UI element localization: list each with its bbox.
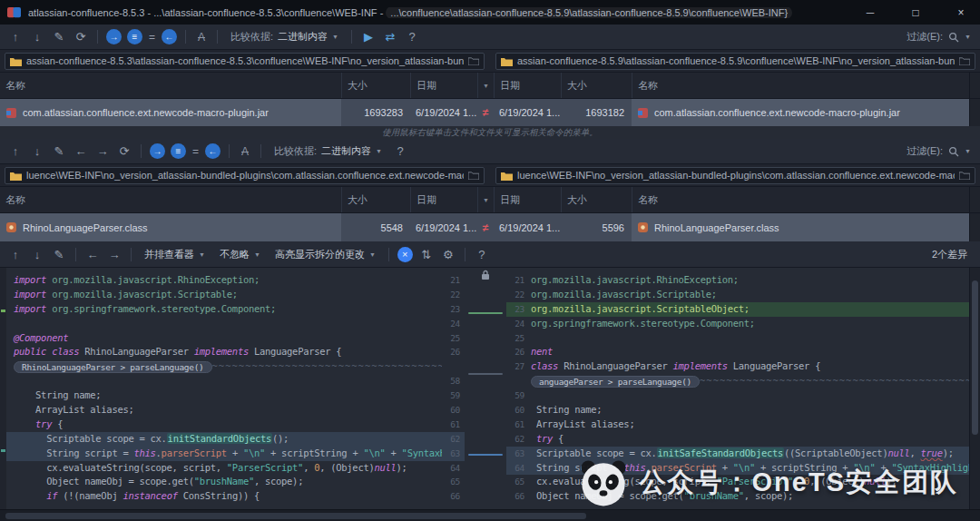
edit-icon[interactable]: ✎	[49, 244, 69, 264]
code-line-right[interactable]: 61 ArrayList aliases;	[506, 418, 969, 432]
compare-mode-dropdown[interactable]: 比较依据: 二进制内容 ▼	[224, 27, 345, 47]
collapsed-region-pill[interactable]: anguageParser > parseLanguage()	[531, 376, 700, 388]
refresh-icon[interactable]: ⟳	[71, 27, 91, 47]
file-row-jar[interactable]: com.atlassian.confluence.ext.newcode-mac…	[0, 99, 980, 126]
help-icon[interactable]: ?	[472, 244, 492, 264]
code-line-right[interactable]: 23org.mozilla.javascript.ScriptableObjec…	[506, 302, 969, 317]
code-line-right[interactable]: 59	[506, 388, 969, 403]
code-line-right[interactable]: 62 try {	[506, 432, 969, 447]
close-button[interactable]: ×	[942, 0, 980, 25]
code-line-left[interactable]: import org.mozilla.javascript.RhinoExcep…	[6, 273, 465, 288]
column-size-left[interactable]: 大小	[341, 187, 410, 212]
filter-control[interactable]: 过滤(E): ▼	[906, 30, 975, 44]
show-differences-icon[interactable]: ≡	[127, 29, 142, 44]
down-icon[interactable]: ↓	[27, 27, 47, 47]
help-icon[interactable]: ?	[402, 27, 422, 47]
code-line-right[interactable]: 24org.springframework.stereotype.Compone…	[506, 317, 969, 331]
scrollbar-track[interactable]	[969, 73, 980, 98]
column-name-right[interactable]: 名称	[632, 73, 969, 98]
compare-mode-dropdown[interactable]: 比较依据: 二进制内容 ▼	[268, 142, 388, 162]
refresh-icon[interactable]: ⟳	[114, 142, 134, 162]
show-same-icon[interactable]: =	[149, 31, 155, 44]
sort-icon[interactable]: ⇅	[416, 244, 436, 264]
scrollbar-thumb[interactable]	[972, 280, 978, 435]
scrollbar-track[interactable]	[969, 187, 980, 212]
column-size-right[interactable]: 大小	[561, 73, 632, 98]
file-name-right[interactable]: com.atlassian.confluence.ext.newcode-mac…	[632, 99, 969, 126]
column-date-left[interactable]: 日期	[410, 73, 477, 98]
change-map[interactable]	[0, 268, 6, 509]
ignore-case-icon[interactable]: A	[192, 31, 211, 44]
collapsed-region-pill[interactable]: RhinoLanguageParser > parseLanguage()	[14, 361, 212, 373]
back-icon[interactable]: ←	[83, 244, 103, 264]
maximize-button[interactable]: □	[897, 0, 935, 25]
file-name-right[interactable]: RhinoLanguageParser.class	[632, 213, 969, 241]
run-session-icon[interactable]: ▶	[358, 27, 378, 47]
file-name-left[interactable]: RhinoLanguageParser.class	[0, 213, 341, 241]
file-row-class[interactable]: RhinoLanguageParser.class 5548 6/19/2024…	[0, 213, 980, 241]
right-path-input[interactable]: luence\WEB-INF\no_version_atlassian-bund…	[495, 167, 975, 184]
code-line-left[interactable]: @Component25	[6, 331, 465, 346]
diff-pane-left[interactable]: import org.mozilla.javascript.RhinoExcep…	[6, 268, 465, 509]
code-line-right[interactable]: 26nent	[506, 345, 969, 359]
vertical-scrollbar[interactable]	[969, 268, 980, 509]
forward-icon[interactable]: →	[93, 142, 113, 162]
code-line-left[interactable]: 24	[6, 317, 465, 331]
ignore-case-icon[interactable]: A	[236, 145, 254, 158]
right-path-input[interactable]: assian-confluence-8.5.9\atlassian-conflu…	[495, 53, 975, 70]
ignore-mode-dropdown[interactable]: 不忽略 ▼	[213, 244, 267, 264]
code-line-left[interactable]: cx.evaluateString(scope, script, "Parser…	[6, 461, 465, 476]
gear-icon[interactable]: ⚙	[438, 244, 458, 264]
code-line-left[interactable]: if (!(nameObj instanceof ConsString)) {6…	[6, 489, 465, 504]
code-line-left[interactable]: ArrayList aliases;60	[6, 403, 465, 418]
file-name-left[interactable]: com.atlassian.confluence.ext.newcode-mac…	[0, 99, 341, 126]
lock-icon[interactable]	[481, 270, 490, 280]
scrollbar-thumb[interactable]	[5, 513, 586, 519]
show-all-icon[interactable]: →	[150, 143, 165, 159]
code-line-right[interactable]: 27class RhinoLanguageParser implements L…	[506, 359, 969, 374]
forward-icon[interactable]: →	[104, 244, 124, 264]
code-line-left[interactable]: Object nameObj = scope.get("brushName", …	[6, 475, 465, 489]
minimize-button[interactable]: ─	[851, 0, 889, 25]
browse-folder-icon[interactable]	[959, 56, 970, 65]
code-line-right[interactable]: 22org.mozilla.javascript.Scriptable;	[506, 288, 969, 302]
scrollbar-track[interactable]	[969, 99, 980, 126]
code-line-left[interactable]: try {61	[6, 418, 465, 432]
code-line-left[interactable]: 58	[6, 374, 465, 388]
scrollbar-track[interactable]	[969, 213, 980, 241]
up-icon[interactable]: ↑	[5, 142, 25, 162]
left-path-input[interactable]: assian-confluence-8.5.3\atlassian-conflu…	[5, 53, 485, 70]
up-icon[interactable]: ↑	[5, 244, 25, 264]
viewer-mode-dropdown[interactable]: 并排查看器 ▼	[138, 244, 211, 264]
column-size-right[interactable]: 大小	[561, 187, 632, 212]
show-all-icon[interactable]: →	[106, 29, 122, 44]
left-path-input[interactable]: luence\WEB-INF\no_version_atlassian-bund…	[5, 167, 485, 184]
horizontal-scrollbar[interactable]	[0, 509, 980, 521]
back-icon[interactable]: ←	[71, 142, 91, 162]
highlight-mode-dropdown[interactable]: 高亮显示拆分的更改 ▼	[269, 244, 382, 264]
edit-icon[interactable]: ✎	[49, 27, 69, 47]
column-name-left[interactable]: 名称	[0, 73, 341, 98]
code-line-right[interactable]: 60 String name;	[506, 403, 969, 418]
column-date-right[interactable]: 日期	[494, 187, 561, 212]
code-line-left[interactable]: String name;59	[6, 388, 465, 403]
center-diff-icon[interactable]: ×	[397, 247, 413, 262]
code-line-left[interactable]: RhinoLanguageParser > parseLanguage()~~~…	[6, 359, 465, 374]
show-same-icon[interactable]: =	[192, 145, 199, 158]
browse-folder-icon[interactable]	[468, 171, 479, 180]
code-line-left[interactable]: String script = this.parserScript + "\n"…	[6, 447, 465, 461]
column-name-right[interactable]: 名称	[632, 187, 969, 212]
show-orphans-icon[interactable]: ←	[205, 143, 220, 159]
show-orphans-icon[interactable]: ←	[162, 29, 177, 44]
column-date-right[interactable]: 日期	[494, 73, 561, 98]
code-line-left[interactable]: public class RhinoLanguageParser impleme…	[6, 345, 465, 359]
code-line-left[interactable]: import org.springframework.stereotype.Co…	[6, 302, 465, 317]
code-line-left[interactable]: import org.mozilla.javascript.Scriptable…	[6, 288, 465, 302]
code-line-right[interactable]: 21org.mozilla.javascript.RhinoException;	[506, 273, 969, 288]
column-date-left[interactable]: 日期	[410, 187, 477, 212]
browse-folder-icon[interactable]	[468, 56, 479, 65]
code-line-right[interactable]: 25	[506, 331, 969, 346]
browse-folder-icon[interactable]	[959, 171, 970, 180]
up-icon[interactable]: ↑	[5, 27, 25, 47]
edit-icon[interactable]: ✎	[49, 142, 69, 162]
